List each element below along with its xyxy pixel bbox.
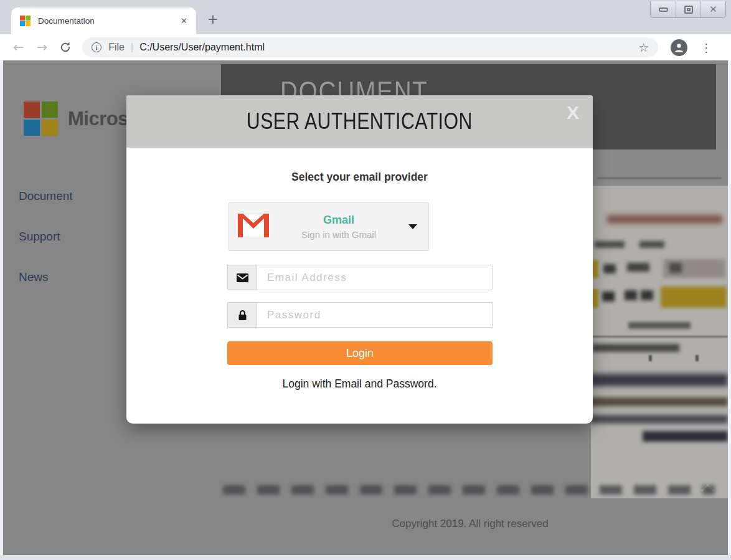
tab-strip: Documentation ✕ + ✕ (0, 0, 731, 34)
window-close-button[interactable]: ✕ (700, 1, 725, 17)
login-button[interactable]: Login (227, 341, 493, 365)
auth-modal: USER AUTHENTICATION X Select your email … (126, 95, 593, 424)
url-scheme: File (108, 42, 125, 53)
email-provider-dropdown[interactable]: Gmail Sign in with Gmail (229, 202, 429, 251)
envelope-icon (227, 265, 257, 290)
browser-window: Documentation ✕ + ✕ ← → i File | C:/User… (0, 0, 731, 560)
chevron-down-icon[interactable] (408, 224, 417, 229)
email-input-group (227, 265, 493, 290)
window-frame-left (0, 60, 3, 555)
tab-close-icon[interactable]: ✕ (181, 16, 187, 26)
provider-name: Gmail (269, 214, 408, 227)
blurred-document-preview (590, 149, 728, 498)
url-separator: | (131, 42, 133, 53)
sidebar-item-news[interactable]: News (19, 270, 49, 284)
login-footnote: Login with Email and Password. (126, 377, 593, 391)
forward-icon[interactable]: → (37, 41, 48, 54)
password-input-group (227, 302, 493, 328)
browser-toolbar: ← → i File | C:/Users/User/payment.html … (0, 34, 731, 60)
blurred-text-band (223, 485, 715, 495)
tab-title: Documentation (38, 16, 95, 26)
modal-header: USER AUTHENTICATION X (126, 95, 593, 148)
bookmark-star-icon[interactable]: ☆ (638, 40, 649, 54)
modal-close-icon[interactable]: X (567, 102, 579, 123)
provider-subtitle: Sign in with Gmail (269, 229, 408, 240)
lock-icon (227, 302, 257, 328)
modal-title: USER AUTHENTICATION (247, 108, 473, 135)
password-field[interactable] (257, 302, 493, 328)
window-frame-right (728, 60, 731, 555)
back-icon[interactable]: ← (13, 41, 24, 54)
provider-text: Gmail Sign in with Gmail (269, 214, 408, 240)
footer-copyright: Copyright 2019. All right reserved (221, 518, 719, 530)
browser-tab[interactable]: Documentation ✕ (11, 7, 196, 34)
window-frame-bottom (0, 555, 731, 560)
window-controls: ✕ (650, 1, 726, 18)
info-icon[interactable]: i (92, 42, 101, 52)
minimize-button[interactable] (651, 1, 676, 17)
email-field[interactable] (257, 265, 493, 290)
gmail-logo-icon (238, 214, 269, 240)
profile-avatar-icon[interactable] (671, 39, 687, 56)
address-bar[interactable]: i File | C:/Users/User/payment.html ☆ (82, 37, 658, 57)
sidebar-item-support[interactable]: Support (19, 230, 60, 244)
provider-prompt: Select your email provider (126, 171, 593, 184)
microsoft-favicon-icon (20, 16, 31, 26)
new-tab-button[interactable]: + (207, 12, 219, 27)
reload-icon[interactable] (59, 41, 72, 54)
url-text: C:/Users/User/payment.html (139, 42, 265, 53)
maximize-button[interactable] (676, 1, 700, 17)
modal-body: Select your email provider Gmail Sign in… (126, 148, 593, 424)
microsoft-logo-icon (24, 102, 58, 136)
browser-menu-icon[interactable]: ⋮ (700, 41, 712, 54)
sidebar-item-document[interactable]: Document (19, 189, 73, 203)
